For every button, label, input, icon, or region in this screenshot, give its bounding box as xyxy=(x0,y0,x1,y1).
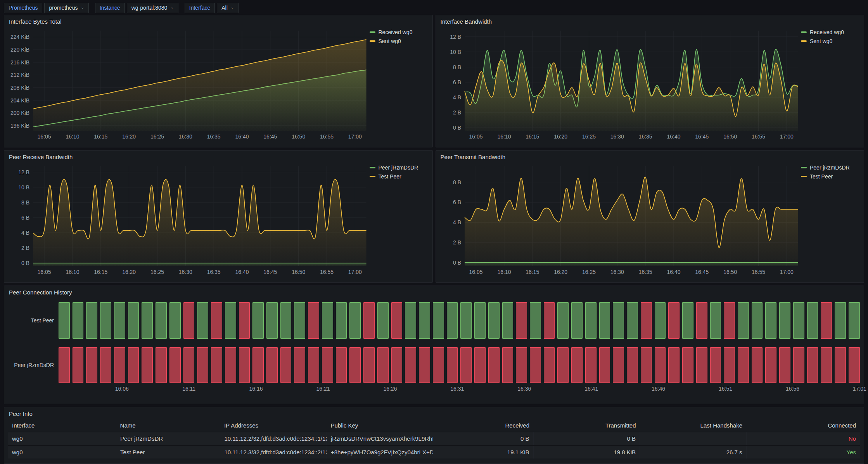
column-header-transmitted[interactable]: Transmitted xyxy=(533,419,640,432)
status-bar-disconnected xyxy=(585,347,597,383)
svg-text:16:05: 16:05 xyxy=(38,269,51,275)
status-bar-disconnected xyxy=(599,347,610,383)
peer-transmit-bandwidth-chart[interactable]: 0 B2 B4 B6 B8 B16:0516:1016:1516:2016:25… xyxy=(440,162,801,277)
column-header-received[interactable]: Received xyxy=(433,419,533,432)
axis-tick-label: 16:26 xyxy=(383,386,397,392)
cell-name: Peer jRzmDsDR xyxy=(116,432,220,446)
svg-text:16:45: 16:45 xyxy=(263,269,277,275)
status-bar-disconnected xyxy=(211,347,222,383)
legend-item[interactable]: Received wg0 xyxy=(370,29,429,35)
status-bar-connected xyxy=(169,302,181,339)
status-bar-connected xyxy=(557,302,569,339)
status-history-chart[interactable]: Test PeerPeer jRzmDsDR16:0616:1116:1616:… xyxy=(8,298,860,393)
status-bar-connected xyxy=(571,302,583,339)
status-bar-connected xyxy=(128,302,139,339)
column-header-name[interactable]: Name xyxy=(116,419,220,432)
svg-text:16:30: 16:30 xyxy=(179,269,192,275)
legend-item[interactable]: Test Peer xyxy=(370,173,429,180)
status-bar-connected xyxy=(100,302,111,339)
column-header-last-handshake[interactable]: Last Handshake xyxy=(640,419,746,432)
svg-text:16:45: 16:45 xyxy=(263,133,277,140)
status-bar-disconnected xyxy=(142,347,153,383)
svg-text:216 KiB: 216 KiB xyxy=(10,59,29,66)
status-bar-connected xyxy=(460,302,472,339)
status-bar-connected xyxy=(225,302,236,339)
legend-item[interactable]: Test Peer xyxy=(801,173,860,180)
legend-item[interactable]: Peer jRzmDsDR xyxy=(801,164,860,171)
var-label-prometheus: Prometheus xyxy=(4,3,42,13)
status-bar-disconnected xyxy=(807,347,818,383)
status-bar-connected xyxy=(793,302,804,339)
status-bar-disconnected xyxy=(655,347,666,383)
status-bar-connected xyxy=(156,302,167,339)
var-value-interface-text: All xyxy=(221,5,228,11)
status-bar-disconnected xyxy=(128,347,139,383)
status-bar-disconnected xyxy=(280,347,292,383)
status-bar-disconnected xyxy=(433,347,444,383)
legend-item[interactable]: Received wg0 xyxy=(801,29,860,35)
svg-text:204 KiB: 204 KiB xyxy=(10,97,29,104)
status-row-label: Test Peer xyxy=(8,317,59,324)
svg-text:16:15: 16:15 xyxy=(526,269,539,275)
status-bar-disconnected xyxy=(668,347,680,383)
legend-series-label: Peer jRzmDsDR xyxy=(379,164,418,171)
svg-text:16:45: 16:45 xyxy=(695,269,709,275)
svg-text:6 B: 6 B xyxy=(21,215,29,221)
status-bar-disconnected xyxy=(100,347,111,383)
dashboard-grid: Interface Bytes Total 196 KiB200 KiB204 … xyxy=(0,14,868,464)
status-bar-disconnected xyxy=(793,347,804,383)
legend-item[interactable]: Peer jRzmDsDR xyxy=(370,164,429,171)
var-value-instance[interactable]: wg-portal:8080 ⌄ xyxy=(127,3,178,13)
svg-text:6 B: 6 B xyxy=(453,199,461,205)
status-bar-connected xyxy=(86,302,97,339)
column-header-connected[interactable]: Connected xyxy=(746,419,860,432)
legend-item[interactable]: Sent wg0 xyxy=(801,38,860,44)
status-bar-disconnected xyxy=(419,347,430,383)
svg-text:16:10: 16:10 xyxy=(66,133,79,140)
cell-pubkey: jRzmDsDRVnwCt13vsyamXherk9L9RhR xyxy=(327,432,433,446)
svg-text:0 B: 0 B xyxy=(453,260,461,266)
column-header-public-key[interactable]: Public Key xyxy=(327,419,433,432)
svg-text:12 B: 12 B xyxy=(450,34,461,40)
legend-series-label: Sent wg0 xyxy=(810,38,832,44)
panel-peer-connection-history: Peer Connection History Test PeerPeer jR… xyxy=(4,286,864,404)
interface-bandwidth-chart[interactable]: 0 B2 B4 B6 B8 B10 B12 B16:0516:1016:1516… xyxy=(440,27,801,142)
svg-text:10 B: 10 B xyxy=(450,49,461,55)
column-header-interface[interactable]: Interface xyxy=(8,419,116,432)
svg-text:0 B: 0 B xyxy=(453,125,461,131)
status-bar-disconnected xyxy=(239,302,250,339)
status-bar-disconnected xyxy=(377,347,389,383)
status-bar-connected xyxy=(849,302,860,339)
table-row: wg0Test Peer10.11.12.3/32,fdfd:d3ad:c0de… xyxy=(8,445,860,459)
legend-item[interactable]: Sent wg0 xyxy=(370,38,429,44)
status-bar-connected xyxy=(502,302,514,339)
status-bar-disconnected xyxy=(225,347,236,383)
status-bar-disconnected xyxy=(544,302,555,339)
status-bar-disconnected xyxy=(169,347,181,383)
status-row: Test Peer xyxy=(8,302,860,339)
peer-receive-bandwidth-chart[interactable]: 0 B2 B4 B6 B8 B10 B12 B16:0516:1016:1516… xyxy=(8,162,370,277)
status-bar-connected xyxy=(835,302,846,339)
status-bars[interactable] xyxy=(59,302,860,339)
legend-series-label: Peer jRzmDsDR xyxy=(810,164,850,171)
column-header-ip-addresses[interactable]: IP Addresses xyxy=(220,419,327,432)
svg-text:16:15: 16:15 xyxy=(94,133,107,140)
panel-title[interactable]: Peer Connection History xyxy=(8,289,860,298)
status-bar-disconnected xyxy=(765,347,776,383)
panel-title[interactable]: Peer Transmit Bandwidth xyxy=(440,153,860,162)
svg-text:16:40: 16:40 xyxy=(667,269,680,275)
status-bar-disconnected xyxy=(266,347,278,383)
status-bars[interactable] xyxy=(59,347,860,383)
status-bar-disconnected xyxy=(114,347,125,383)
panel-title[interactable]: Peer Info xyxy=(8,410,860,419)
var-value-prometheus[interactable]: prometheus ⌄ xyxy=(44,3,88,13)
status-bar-disconnected xyxy=(821,302,832,339)
legend-series-swatch xyxy=(801,31,807,33)
legend: Peer jRzmDsDRTest Peer xyxy=(370,162,429,277)
panel-title[interactable]: Peer Receive Bandwidth xyxy=(8,153,429,162)
interface-bytes-total-chart[interactable]: 196 KiB200 KiB204 KiB208 KiB212 KiB216 K… xyxy=(8,27,370,142)
panel-title[interactable]: Interface Bandwidth xyxy=(440,18,860,27)
var-value-interface[interactable]: All ⌄ xyxy=(217,3,239,13)
panel-title[interactable]: Interface Bytes Total xyxy=(8,18,429,27)
legend-series-swatch xyxy=(801,167,807,168)
